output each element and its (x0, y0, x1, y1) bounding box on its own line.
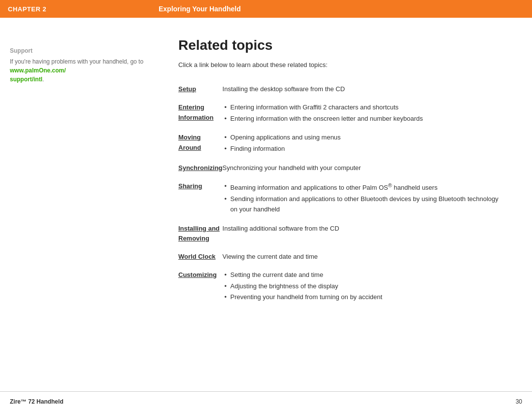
topic-link-worldclock[interactable]: World Clock (178, 250, 223, 264)
topic-desc-setup: Installing the desktop software from the… (223, 82, 502, 97)
sidebar-support-label: Support (10, 47, 149, 54)
topic-desc-worldclock: Viewing the current date and time (223, 250, 502, 264)
list-item: Preventing your handheld from turning on… (223, 292, 502, 303)
list-item: Finding information (223, 144, 502, 154)
header-chapter-title: Exploring Your Handheld (159, 5, 532, 13)
footer-page-number: 30 (516, 398, 522, 405)
list-item: Opening applications and using menus (223, 133, 502, 143)
topic-link-setup[interactable]: Setup (178, 82, 223, 97)
topic-link-customizing[interactable]: Customizing (178, 268, 223, 306)
topic-link-entering[interactable]: EnteringInformation (178, 101, 223, 127)
intro-text: Click a link below to learn about these … (178, 61, 502, 68)
table-row: Customizing Setting the current date and… (178, 268, 502, 306)
topic-desc-synchronizing: Synchronizing your handheld with your co… (223, 161, 502, 175)
list-item: Entering information with Graffiti 2 cha… (223, 103, 502, 113)
table-row: Sharing Beaming information and applicat… (178, 179, 502, 218)
table-row: MovingAround Opening applications and us… (178, 131, 502, 157)
topic-desc-customizing: Setting the current date and time Adjust… (223, 268, 502, 306)
table-row: Installing andRemoving Installing additi… (178, 222, 502, 246)
table-row: Synchronizing Synchronizing your handhel… (178, 161, 502, 175)
content-area: Related topics Click a link below to lea… (159, 18, 532, 391)
sidebar-support-text-line1: If you're having problems with your hand… (10, 58, 143, 65)
table-row: Setup Installing the desktop software fr… (178, 82, 502, 97)
list-item: Setting the current date and time (223, 270, 502, 280)
table-row: EnteringInformation Entering information… (178, 101, 502, 127)
sidebar-support-text: If you're having problems with your hand… (10, 57, 149, 84)
topic-link-moving[interactable]: MovingAround (178, 131, 223, 157)
topic-link-synchronizing[interactable]: Synchronizing (178, 161, 223, 175)
topic-link-sharing[interactable]: Sharing (178, 179, 223, 218)
main-layout: Support If you're having problems with y… (0, 18, 532, 391)
footer-brand-suffix: Handheld (35, 398, 64, 405)
header-chapter: CHAPTER 2 (0, 5, 159, 13)
sidebar-support-link[interactable]: www.palmOne.com/support/intl (10, 67, 66, 83)
topic-desc-entering: Entering information with Graffiti 2 cha… (223, 101, 502, 127)
topic-desc-installing: Installing additional software from the … (223, 222, 502, 246)
sidebar: Support If you're having problems with y… (0, 18, 159, 391)
footer: Zire™ 72 Handheld 30 (0, 391, 532, 411)
footer-brand-name: Zire™ 72 (10, 398, 35, 405)
list-item: Beaming information and applications to … (223, 181, 502, 193)
footer-brand: Zire™ 72 Handheld (10, 398, 64, 405)
topic-desc-moving: Opening applications and using menus Fin… (223, 131, 502, 157)
header-bar: CHAPTER 2 Exploring Your Handheld (0, 0, 532, 18)
list-item: Adjusting the brightness of the display (223, 281, 502, 292)
topics-table: Setup Installing the desktop software fr… (178, 82, 502, 306)
list-item: Entering information with the onscreen l… (223, 114, 502, 124)
list-item: Sending information and applications to … (223, 194, 502, 215)
table-row: World Clock Viewing the current date and… (178, 250, 502, 264)
topic-desc-sharing: Beaming information and applications to … (223, 179, 502, 218)
page-title: Related topics (178, 37, 502, 53)
topic-link-installing[interactable]: Installing andRemoving (178, 222, 223, 246)
